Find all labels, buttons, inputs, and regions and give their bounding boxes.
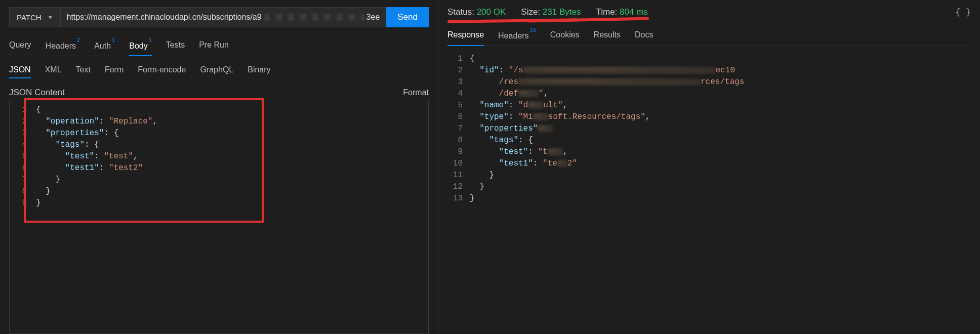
- tab-docs[interactable]: Docs: [635, 27, 653, 46]
- body-subtab-text[interactable]: Text: [76, 63, 91, 78]
- body-type-tabs: JSONXMLTextFormForm-encodeGraphQLBinary: [9, 63, 429, 78]
- line-number: 11: [447, 170, 470, 181]
- body-subtab-form-encode[interactable]: Form-encode: [138, 63, 186, 78]
- http-method-value: PATCH: [17, 13, 42, 22]
- tab-body[interactable]: Body1: [129, 37, 152, 56]
- tab-auth[interactable]: Auth1: [94, 37, 115, 56]
- content-label: JSON Content: [9, 88, 65, 98]
- line-number: 1: [10, 104, 36, 116]
- line-number: 12: [447, 181, 470, 193]
- line-number: 7: [10, 174, 36, 186]
- request-body-editor[interactable]: 1{2 "operation": "Replace",3 "properties…: [9, 101, 429, 334]
- response-status-line: Status: 200 OK Size: 231 Bytes Time: 804…: [447, 7, 971, 17]
- tab-results[interactable]: Results: [594, 27, 621, 46]
- line-number: 3: [447, 76, 470, 88]
- size-label: Size:: [521, 7, 540, 17]
- code-line: 7 "properties": [447, 123, 971, 135]
- http-method-select[interactable]: PATCH ▼: [9, 7, 60, 27]
- line-number: 5: [447, 100, 470, 111]
- badge: 1: [112, 37, 115, 43]
- tab-query[interactable]: Query: [9, 37, 31, 56]
- chevron-down-icon: ▼: [48, 14, 53, 20]
- annotation-underline: [527, 17, 649, 22]
- line-number: 8: [10, 186, 36, 197]
- code-text: "test1": "test2": [36, 162, 143, 174]
- code-line: 8 "tags": {: [447, 135, 971, 146]
- code-line: 9 "test": "t,: [447, 146, 971, 158]
- code-text: "id": "/sec10: [470, 65, 735, 76]
- line-number: 3: [10, 128, 36, 139]
- response-body-viewer[interactable]: 1{2 "id": "/sec103 /resrces/tags4 /def",…: [447, 53, 971, 334]
- format-button[interactable]: Format: [403, 88, 429, 97]
- redacted-region: [538, 124, 553, 133]
- response-tabs: ResponseHeaders15CookiesResultsDocs: [447, 27, 971, 46]
- body-subtab-form[interactable]: Form: [105, 63, 124, 78]
- code-line: 11 }: [447, 170, 971, 181]
- tab-pre-run[interactable]: Pre Run: [199, 37, 229, 56]
- request-tabs: QueryHeaders2Auth1Body1TestsPre Run: [9, 37, 429, 56]
- code-line: 7 }: [10, 174, 428, 186]
- redacted-region: [557, 159, 567, 168]
- line-number: 7: [447, 123, 470, 135]
- code-text: }: [470, 181, 484, 193]
- tab-tests[interactable]: Tests: [166, 37, 185, 56]
- code-text: }: [36, 197, 41, 209]
- line-number: 1: [447, 53, 470, 65]
- redacted-region: [548, 148, 563, 156]
- badge: 2: [77, 37, 80, 43]
- line-number: 9: [447, 146, 470, 158]
- code-text: "tags": {: [36, 139, 99, 151]
- line-number: 9: [10, 197, 36, 209]
- redacted-region: [533, 113, 548, 121]
- tab-response[interactable]: Response: [447, 27, 484, 46]
- tab-headers[interactable]: Headers2: [46, 37, 80, 56]
- code-line: 2 "operation": "Replace",: [10, 116, 428, 128]
- url-suffix: 3ee: [366, 13, 380, 22]
- send-button[interactable]: Send: [386, 7, 429, 27]
- redacted-region: [523, 66, 716, 74]
- redacted-region: [528, 101, 543, 109]
- size-value: 231 Bytes: [543, 7, 581, 17]
- code-line: 5 "name": "dult",: [447, 100, 971, 111]
- line-number: 4: [447, 88, 470, 100]
- code-line: 10 "test1": "te2": [447, 158, 971, 170]
- tab-headers[interactable]: Headers15: [498, 27, 536, 46]
- code-line: 1{: [447, 53, 971, 65]
- code-line: 1{: [10, 104, 428, 116]
- code-text: "test": "t,: [470, 146, 567, 158]
- code-text: /def",: [470, 88, 548, 100]
- body-subtab-binary[interactable]: Binary: [248, 63, 270, 78]
- url-input[interactable]: https://management.chinacloudapi.cn/subs…: [60, 7, 387, 27]
- code-text: {: [36, 104, 41, 116]
- code-line: 2 "id": "/sec10: [447, 65, 971, 76]
- body-subtab-json[interactable]: JSON: [9, 63, 31, 78]
- badge: 1: [149, 37, 152, 43]
- code-text: }: [36, 174, 60, 186]
- line-number: 6: [10, 162, 36, 174]
- code-text: "name": "dult",: [470, 100, 567, 111]
- time-label: Time:: [596, 7, 617, 17]
- code-text: "properties": {: [36, 128, 118, 139]
- code-line: 6 "type": "Misoft.Resources/tags",: [447, 111, 971, 123]
- redacted-region: [518, 78, 701, 86]
- code-text: /resrces/tags: [470, 76, 744, 88]
- status-value: 200 OK: [477, 7, 506, 17]
- code-line: 3 "properties": {: [10, 128, 428, 139]
- tab-cookies[interactable]: Cookies: [550, 27, 580, 46]
- body-subtab-graphql[interactable]: GraphQL: [200, 63, 233, 78]
- code-text: }: [470, 170, 494, 181]
- code-line: 4 /def",: [447, 88, 971, 100]
- code-line: 5 "test": "test",: [10, 151, 428, 162]
- line-number: 2: [447, 65, 470, 76]
- body-subtab-xml[interactable]: XML: [45, 63, 62, 78]
- code-text: "type": "Misoft.Resources/tags",: [470, 111, 650, 123]
- time-value: 804 ms: [620, 7, 648, 17]
- code-text: "tags": {: [470, 135, 533, 146]
- redacted-region: [264, 14, 364, 21]
- line-number: 13: [447, 193, 470, 204]
- line-number: 8: [447, 135, 470, 146]
- url-prefix: https://management.chinacloudapi.cn/subs…: [67, 13, 262, 22]
- braces-icon[interactable]: { }: [955, 7, 971, 17]
- line-number: 6: [447, 111, 470, 123]
- status-label: Status:: [447, 7, 474, 17]
